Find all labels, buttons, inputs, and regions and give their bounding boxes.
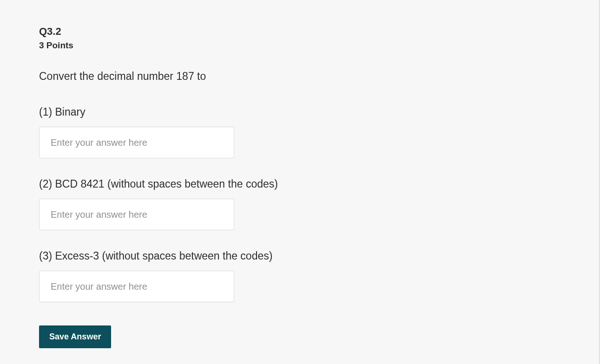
answer-input-bcd[interactable] xyxy=(39,199,234,230)
sub-question-1: (1) Binary xyxy=(39,106,560,158)
question-number: Q3.2 xyxy=(39,26,560,38)
question-points: 3 Points xyxy=(39,40,560,51)
question-prompt: Convert the decimal number 187 to xyxy=(39,70,560,83)
answer-input-excess3[interactable] xyxy=(39,271,234,302)
answer-input-binary[interactable] xyxy=(39,127,234,158)
question-container: Q3.2 3 Points Convert the decimal number… xyxy=(0,0,599,364)
sub-question-label: (2) BCD 8421 (without spaces between the… xyxy=(39,178,560,190)
save-answer-button[interactable]: Save Answer xyxy=(39,325,111,348)
sub-question-label: (1) Binary xyxy=(39,106,560,118)
sub-question-2: (2) BCD 8421 (without spaces between the… xyxy=(39,178,560,230)
sub-question-label: (3) Excess-3 (without spaces between the… xyxy=(39,250,560,262)
sub-question-3: (3) Excess-3 (without spaces between the… xyxy=(39,250,560,302)
